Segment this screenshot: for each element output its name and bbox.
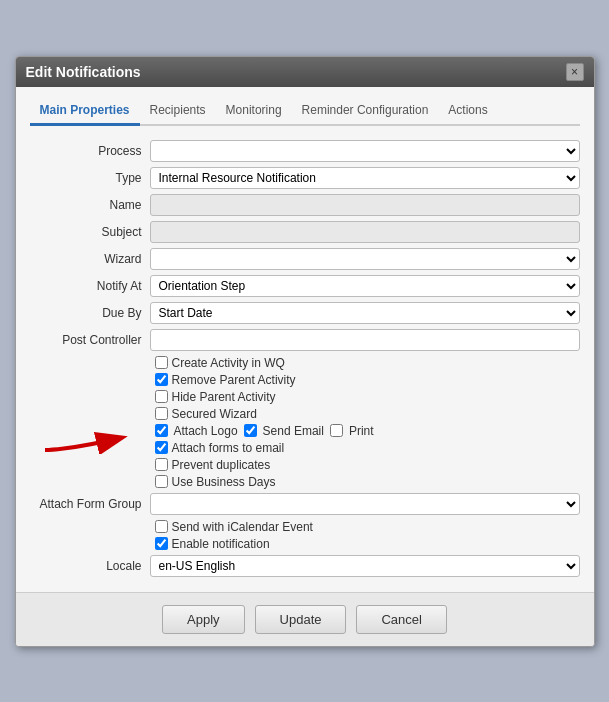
locale-control: en-US English	[150, 555, 580, 577]
edit-notifications-dialog: Edit Notifications × Main Properties Rec…	[15, 56, 595, 647]
checkboxes-area-2: Send with iCalendar Event Enable notific…	[155, 520, 580, 551]
enable-notification-checkbox[interactable]	[155, 537, 168, 550]
wizard-label: Wizard	[30, 252, 150, 266]
attach-forms-row: Attach forms to email	[155, 441, 580, 455]
secured-wizard-row: Secured Wizard	[155, 407, 580, 421]
tabs-bar: Main Properties Recipients Monitoring Re…	[30, 97, 580, 126]
notify-at-row: Notify At Orientation Step	[30, 275, 580, 297]
type-label: Type	[30, 171, 150, 185]
subject-control	[150, 221, 580, 243]
post-controller-input[interactable]	[150, 329, 580, 351]
name-label: Name	[30, 198, 150, 212]
post-controller-label: Post Controller	[30, 333, 150, 347]
tab-monitoring[interactable]: Monitoring	[216, 97, 292, 124]
create-activity-row: Create Activity in WQ	[155, 356, 580, 370]
attach-logo-label: Attach Logo	[155, 424, 238, 438]
attach-forms-checkbox[interactable]	[155, 441, 168, 454]
remove-parent-row: Remove Parent Activity	[155, 373, 580, 387]
dialog-titlebar: Edit Notifications ×	[16, 57, 594, 87]
attach-form-group-select[interactable]	[150, 493, 580, 515]
locale-row: Locale en-US English	[30, 555, 580, 577]
secured-wizard-label: Secured Wizard	[172, 407, 257, 421]
wizard-select[interactable]	[150, 248, 580, 270]
use-business-days-label: Use Business Days	[172, 475, 276, 489]
due-by-label: Due By	[30, 306, 150, 320]
cancel-button[interactable]: Cancel	[356, 605, 446, 634]
dialog-body: Main Properties Recipients Monitoring Re…	[16, 87, 594, 592]
tab-reminder-configuration[interactable]: Reminder Configuration	[292, 97, 439, 124]
prevent-duplicates-row: Prevent duplicates	[155, 458, 580, 472]
name-input[interactable]	[150, 194, 580, 216]
name-control	[150, 194, 580, 216]
name-row: Name	[30, 194, 580, 216]
due-by-row: Due By Start Date	[30, 302, 580, 324]
notify-at-label: Notify At	[30, 279, 150, 293]
type-select[interactable]: Internal Resource Notification	[150, 167, 580, 189]
locale-label: Locale	[30, 559, 150, 573]
process-row: Process	[30, 140, 580, 162]
type-row: Type Internal Resource Notification	[30, 167, 580, 189]
wizard-row: Wizard	[30, 248, 580, 270]
create-activity-checkbox[interactable]	[155, 356, 168, 369]
locale-select[interactable]: en-US English	[150, 555, 580, 577]
send-email-label: Send Email	[244, 424, 324, 438]
red-arrow-icon	[40, 422, 150, 454]
hide-parent-row: Hide Parent Activity	[155, 390, 580, 404]
attach-logo-row: Attach Logo Send Email Print	[155, 424, 580, 438]
due-by-select[interactable]: Start Date	[150, 302, 580, 324]
prevent-duplicates-label: Prevent duplicates	[172, 458, 271, 472]
process-label: Process	[30, 144, 150, 158]
hide-parent-checkbox[interactable]	[155, 390, 168, 403]
dialog-footer: Apply Update Cancel	[16, 592, 594, 646]
attach-form-group-label: Attach Form Group	[30, 497, 150, 511]
enable-notification-row: Enable notification	[155, 537, 580, 551]
send-icalendar-checkbox[interactable]	[155, 520, 168, 533]
prevent-duplicates-checkbox[interactable]	[155, 458, 168, 471]
wizard-control	[150, 248, 580, 270]
secured-wizard-checkbox[interactable]	[155, 407, 168, 420]
tab-main-properties[interactable]: Main Properties	[30, 97, 140, 126]
type-control: Internal Resource Notification	[150, 167, 580, 189]
hide-parent-label: Hide Parent Activity	[172, 390, 276, 404]
send-email-checkbox[interactable]	[244, 424, 257, 437]
attach-form-group-control	[150, 493, 580, 515]
post-controller-control	[150, 329, 580, 351]
post-controller-row: Post Controller	[30, 329, 580, 351]
subject-label: Subject	[30, 225, 150, 239]
tab-actions[interactable]: Actions	[438, 97, 497, 124]
notify-at-select[interactable]: Orientation Step	[150, 275, 580, 297]
create-activity-label: Create Activity in WQ	[172, 356, 285, 370]
attach-forms-label: Attach forms to email	[172, 441, 285, 455]
remove-parent-label: Remove Parent Activity	[172, 373, 296, 387]
subject-row: Subject	[30, 221, 580, 243]
due-by-control: Start Date	[150, 302, 580, 324]
process-control	[150, 140, 580, 162]
use-business-days-row: Use Business Days	[155, 475, 580, 489]
checkboxes-area: Create Activity in WQ Remove Parent Acti…	[155, 356, 580, 489]
dialog-title: Edit Notifications	[26, 64, 141, 80]
update-button[interactable]: Update	[255, 605, 347, 634]
subject-input[interactable]	[150, 221, 580, 243]
enable-notification-label: Enable notification	[172, 537, 270, 551]
notify-at-control: Orientation Step	[150, 275, 580, 297]
attach-logo-checkbox[interactable]	[155, 424, 168, 437]
use-business-days-checkbox[interactable]	[155, 475, 168, 488]
print-checkbox[interactable]	[330, 424, 343, 437]
print-label: Print	[330, 424, 374, 438]
remove-parent-checkbox[interactable]	[155, 373, 168, 386]
inline-checkboxes: Attach Logo Send Email Print	[155, 424, 374, 438]
tab-recipients[interactable]: Recipients	[140, 97, 216, 124]
send-icalendar-row: Send with iCalendar Event	[155, 520, 580, 534]
send-icalendar-label: Send with iCalendar Event	[172, 520, 313, 534]
close-button[interactable]: ×	[566, 63, 584, 81]
apply-button[interactable]: Apply	[162, 605, 245, 634]
process-select[interactable]	[150, 140, 580, 162]
attach-form-group-row: Attach Form Group	[30, 493, 580, 515]
